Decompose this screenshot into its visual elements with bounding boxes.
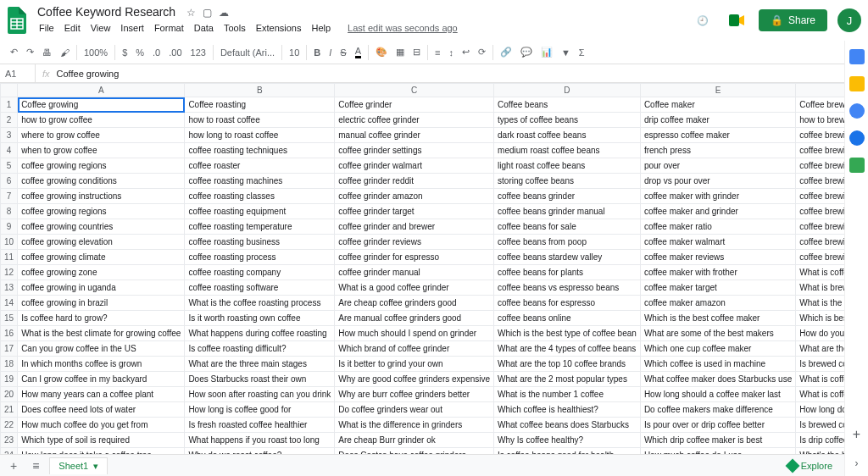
col-header-F[interactable]: F — [796, 84, 844, 97]
row-header[interactable]: 16 — [1, 326, 18, 341]
cell[interactable]: drop vs pour over — [640, 174, 795, 189]
contacts-icon[interactable] — [849, 130, 865, 146]
cell[interactable]: french press — [640, 143, 795, 158]
cell[interactable]: coffee beans for espresso — [494, 296, 641, 311]
cell[interactable]: How long do you brew coffee — [796, 402, 844, 418]
dec-more-btn[interactable]: .00 — [165, 43, 185, 62]
cell[interactable]: How many years can a coffee plant — [18, 387, 185, 402]
cell[interactable]: coffee maker with frother — [640, 265, 795, 280]
cell[interactable]: coffee brewing techniques — [796, 128, 844, 143]
cell[interactable]: What are the three T's of brewing — [796, 341, 844, 357]
cell[interactable]: Is brewed coffee healthier than — [796, 418, 844, 433]
cell[interactable]: Is brewed coffee healthy? — [796, 357, 844, 372]
cell[interactable]: coffee grinder manual — [335, 265, 494, 280]
cell[interactable]: Which coffee is healthiest? — [494, 402, 641, 418]
cell[interactable]: coffee brewing machine commercial — [796, 235, 844, 250]
cell[interactable]: Coffee roasting — [185, 97, 335, 113]
row-header[interactable]: 14 — [1, 296, 18, 311]
row-header[interactable]: 10 — [1, 235, 18, 250]
select-all-corner[interactable] — [1, 84, 18, 97]
cell[interactable]: espresso coffee maker — [640, 128, 795, 143]
cell[interactable]: Which type of soil is required — [18, 433, 185, 448]
cell[interactable]: coffee growing regions — [18, 204, 185, 219]
cell[interactable]: What happens if you roast too long — [185, 433, 335, 448]
cell[interactable]: how to roast coffee — [185, 113, 335, 128]
filter-icon[interactable]: ▼ — [558, 43, 574, 62]
cell[interactable]: How long is coffee good for — [185, 402, 335, 418]
cell[interactable]: coffee roasting software — [185, 280, 335, 296]
cell[interactable]: Are cheap coffee grinders good — [335, 296, 494, 311]
cell[interactable]: coffee beans grinder manual — [494, 204, 641, 219]
wrap-icon[interactable]: ↩ — [459, 43, 473, 62]
cell[interactable]: coffee maker amazon — [640, 296, 795, 311]
italic-btn[interactable]: I — [326, 43, 335, 62]
borders-icon[interactable]: ▦ — [392, 43, 408, 62]
add-sheet-icon[interactable]: + — [5, 459, 22, 473]
cell[interactable]: Is coffee beans good for health — [494, 448, 641, 455]
cell[interactable]: What is the difference between brewed an… — [796, 296, 844, 311]
row-header[interactable]: 11 — [1, 250, 18, 265]
cell[interactable]: Coffee beans — [494, 97, 641, 113]
cell[interactable]: What are the 4 types of coffee beans — [494, 341, 641, 357]
redo-icon[interactable]: ↷ — [23, 43, 37, 62]
row-header[interactable]: 18 — [1, 357, 18, 372]
cell[interactable]: coffee roasting process — [185, 250, 335, 265]
cell[interactable]: Does Starbucks roast their own — [185, 372, 335, 387]
paint-format-icon[interactable]: 🖌 — [57, 43, 73, 62]
cell[interactable]: What are some of the best makers — [640, 326, 795, 341]
cell[interactable]: coffee beans online — [494, 311, 641, 326]
cell[interactable]: coffee grinder and brewer — [335, 219, 494, 235]
cell[interactable]: Which one cup coffee maker — [640, 341, 795, 357]
row-header[interactable]: 17 — [1, 341, 18, 357]
cell[interactable]: What is coffee brewing method — [796, 265, 844, 280]
cell[interactable]: coffee beans for plants — [494, 265, 641, 280]
chart-icon[interactable]: 📊 — [537, 43, 556, 62]
cell[interactable]: coffee grinder for espresso — [335, 250, 494, 265]
cell[interactable]: pour over — [640, 158, 795, 174]
cell[interactable]: dark roast coffee beans — [494, 128, 641, 143]
cell[interactable]: What is the number 1 coffee — [494, 387, 641, 402]
cell[interactable]: Why are good coffee grinders expensive — [335, 372, 494, 387]
cloud-icon[interactable]: ☁ — [219, 7, 229, 19]
cell[interactable]: What are the 2 most popular types — [494, 372, 641, 387]
cell[interactable]: coffee grinder target — [335, 204, 494, 219]
spreadsheet-grid[interactable]: ABCDEFGHIJK1Coffee growingCoffee roastin… — [0, 83, 844, 454]
cell[interactable]: coffee roasting temperature — [185, 219, 335, 235]
col-header-B[interactable]: B — [185, 84, 335, 97]
cell[interactable]: coffee maker reviews — [640, 250, 795, 265]
cell[interactable]: electric coffee grinder — [335, 113, 494, 128]
explore-button[interactable]: Explore — [787, 461, 839, 471]
zoom-select[interactable]: 100% — [81, 43, 111, 62]
sheets-logo-icon[interactable] — [5, 3, 29, 37]
name-box[interactable]: A1 — [0, 64, 36, 82]
menu-insert[interactable]: Insert — [115, 20, 149, 36]
percent-btn[interactable]: % — [132, 43, 147, 62]
cell[interactable]: coffee roasting techniques — [185, 143, 335, 158]
cell[interactable]: Why Is coffee healthy? — [494, 433, 641, 448]
cell[interactable]: coffee brewing methods — [796, 174, 844, 189]
dec-less-btn[interactable]: .0 — [149, 43, 164, 62]
menu-data[interactable]: Data — [189, 20, 219, 36]
row-header[interactable]: 13 — [1, 280, 18, 296]
strike-btn[interactable]: S — [337, 43, 349, 62]
row-header[interactable]: 23 — [1, 433, 18, 448]
cell[interactable]: coffee growing countries — [18, 219, 185, 235]
cell[interactable]: What is coffee without sugar called — [796, 387, 844, 402]
cell[interactable]: coffee beans from poop — [494, 235, 641, 250]
cell[interactable]: Does Costco have coffee grinders — [335, 448, 494, 455]
history-icon[interactable]: 🕘 — [691, 8, 715, 32]
cell[interactable]: how long to roast coffee — [185, 128, 335, 143]
cell[interactable]: Is coffee roasting difficult? — [185, 341, 335, 357]
cell[interactable]: Which brand of coffee grinder — [335, 341, 494, 357]
cell[interactable]: types of coffee beans — [494, 113, 641, 128]
cell[interactable]: coffee brewing machine — [796, 143, 844, 158]
cell[interactable]: What coffee beans does Starbucks — [494, 418, 641, 433]
cell[interactable]: coffee grinder reddit — [335, 174, 494, 189]
cell[interactable]: light roast coffee beans — [494, 158, 641, 174]
menu-extensions[interactable]: Extensions — [251, 20, 307, 36]
merge-icon[interactable]: ⊟ — [409, 43, 424, 62]
cell[interactable]: coffee roasting company — [185, 265, 335, 280]
cell[interactable]: manual coffee grinder — [335, 128, 494, 143]
cell[interactable]: coffee grinder reviews — [335, 235, 494, 250]
cell[interactable]: How much should I spend on grinder — [335, 326, 494, 341]
